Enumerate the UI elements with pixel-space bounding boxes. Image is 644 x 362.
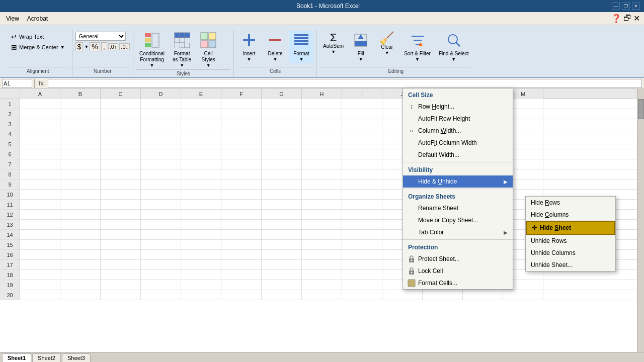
cell[interactable] — [20, 149, 60, 159]
cell[interactable] — [262, 159, 302, 169]
cell[interactable] — [302, 290, 342, 300]
close-doc-button[interactable]: ✕ — [633, 14, 640, 23]
cell[interactable] — [20, 99, 60, 109]
cell[interactable] — [221, 149, 262, 159]
cell[interactable] — [181, 99, 221, 109]
sheet-tab-3[interactable]: Sheet3 — [62, 353, 91, 362]
cell[interactable] — [141, 129, 181, 139]
cell[interactable] — [181, 260, 221, 269]
cell[interactable] — [141, 179, 181, 189]
cell[interactable] — [342, 129, 382, 139]
dollar-button[interactable]: $ — [75, 42, 84, 51]
col-header-h[interactable]: H — [302, 89, 342, 99]
protect-sheet-item[interactable]: Protect Sheet... — [403, 253, 513, 265]
cell[interactable] — [181, 290, 221, 300]
col-header-a[interactable]: A — [20, 89, 60, 99]
row-header-8[interactable]: 8 — [0, 169, 20, 179]
cell[interactable] — [60, 119, 101, 129]
cell[interactable] — [101, 210, 141, 219]
cell[interactable] — [60, 129, 101, 139]
cell[interactable] — [262, 260, 302, 269]
cell[interactable] — [101, 139, 141, 149]
dec-increase-button[interactable]: .0↑ — [108, 43, 119, 50]
sheet-tab-2[interactable]: Sheet2 — [32, 353, 61, 362]
cell[interactable] — [101, 220, 141, 229]
row-header-13[interactable]: 13 — [0, 220, 20, 229]
move-copy-sheet-item[interactable]: Move or Copy Sheet... — [403, 214, 513, 226]
tab-color-item[interactable]: Tab Color ▶ — [403, 226, 513, 238]
cell[interactable] — [60, 109, 101, 119]
cell[interactable] — [262, 119, 302, 129]
cell[interactable] — [20, 129, 60, 139]
cell[interactable] — [101, 190, 141, 199]
cell[interactable] — [302, 169, 342, 179]
cell[interactable] — [221, 270, 262, 280]
insert-button[interactable]: Insert ▼ — [237, 31, 261, 63]
cell[interactable] — [342, 159, 382, 169]
col-header-e[interactable]: E — [181, 89, 221, 99]
cell[interactable] — [342, 190, 382, 199]
autosum-button[interactable]: Σ AutoSum ▼ — [320, 31, 347, 56]
cell[interactable] — [60, 169, 101, 179]
cell[interactable] — [221, 220, 262, 229]
cell[interactable] — [141, 210, 181, 219]
cell[interactable] — [141, 119, 181, 129]
cell[interactable] — [60, 250, 101, 259]
cell[interactable] — [141, 190, 181, 199]
cell[interactable] — [342, 270, 382, 280]
cell[interactable] — [181, 230, 221, 239]
cell[interactable] — [141, 250, 181, 259]
cell[interactable] — [262, 210, 302, 219]
cell[interactable] — [20, 240, 60, 249]
col-header-i[interactable]: I — [342, 89, 382, 99]
cell[interactable] — [20, 250, 60, 259]
cell[interactable] — [20, 190, 60, 199]
cell[interactable] — [262, 220, 302, 229]
cell[interactable] — [141, 139, 181, 149]
cell[interactable] — [221, 230, 262, 239]
cell[interactable] — [141, 290, 181, 300]
clear-button[interactable]: 🧹 Clear ▼ — [375, 31, 399, 57]
hide-unhide-item[interactable]: Hide & Unhide ▶ — [403, 175, 513, 188]
cell[interactable] — [221, 190, 262, 199]
cell[interactable] — [181, 109, 221, 119]
cell[interactable] — [342, 119, 382, 129]
cell[interactable] — [342, 99, 382, 109]
scrollbar-thumb-v[interactable] — [638, 99, 644, 119]
cell[interactable] — [262, 200, 302, 209]
cell[interactable] — [221, 240, 262, 249]
format-button[interactable]: Format ▼ — [289, 31, 313, 63]
cell[interactable] — [101, 260, 141, 269]
cell[interactable] — [101, 149, 141, 159]
restore-button[interactable]: 🗗 — [623, 14, 631, 23]
cell[interactable] — [181, 159, 221, 169]
cell[interactable] — [20, 230, 60, 239]
name-box[interactable] — [2, 79, 32, 88]
row-header-7[interactable]: 7 — [0, 159, 20, 169]
cell[interactable] — [101, 109, 141, 119]
cell[interactable] — [101, 159, 141, 169]
default-width-item[interactable]: Default Width... — [403, 149, 513, 161]
cell[interactable] — [302, 230, 342, 239]
cell[interactable] — [60, 230, 101, 239]
cell[interactable] — [262, 109, 302, 119]
col-header-g[interactable]: G — [262, 89, 302, 99]
cell[interactable] — [221, 139, 262, 149]
cell[interactable] — [302, 190, 342, 199]
cell[interactable] — [141, 109, 181, 119]
cell[interactable] — [141, 169, 181, 179]
cell[interactable] — [181, 280, 221, 290]
cell[interactable] — [342, 200, 382, 209]
menu-acrobat[interactable]: Acrobat — [23, 14, 52, 24]
cell[interactable] — [342, 169, 382, 179]
cell[interactable] — [20, 260, 60, 269]
cell[interactable] — [101, 200, 141, 209]
cell[interactable] — [60, 220, 101, 229]
cell[interactable] — [101, 119, 141, 129]
cell[interactable] — [221, 99, 262, 109]
cell[interactable] — [262, 230, 302, 239]
autofit-col-width-item[interactable]: AutoFit Column Width — [403, 137, 513, 149]
cell[interactable] — [20, 119, 60, 129]
autofit-row-height-item[interactable]: AutoFit Row Height — [403, 113, 513, 125]
column-width-item[interactable]: ↔ Column Width... — [403, 125, 513, 137]
